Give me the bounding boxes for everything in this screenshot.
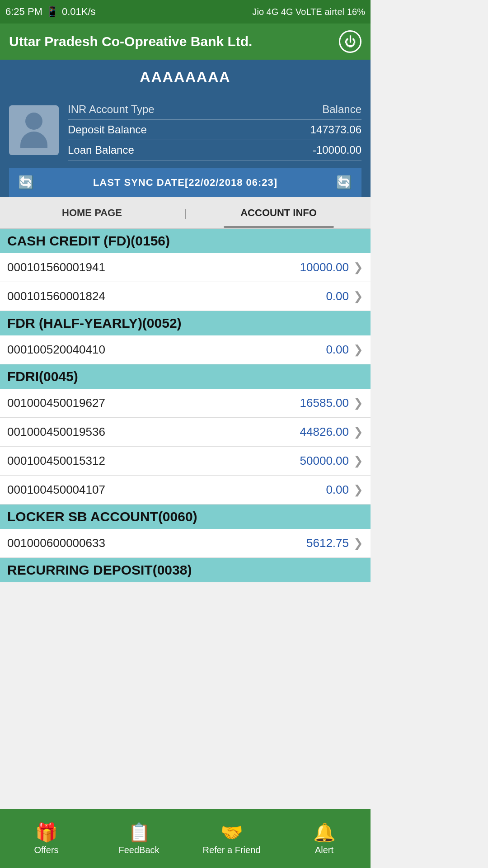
account-item[interactable]: 00100045001962716585.00❯ — [0, 389, 371, 418]
account-amount: 5612.75 — [306, 536, 349, 550]
account-item[interactable]: 00010156000194110000.00❯ — [0, 253, 371, 282]
chevron-right-icon: ❯ — [353, 483, 363, 497]
chevron-right-icon: ❯ — [353, 343, 363, 357]
chevron-right-icon: ❯ — [353, 454, 363, 468]
feedback-label: FeedBack — [118, 845, 159, 855]
account-number: 001000450019536 — [7, 425, 105, 439]
account-item[interactable]: 0001004500041070.00❯ — [0, 476, 371, 505]
whatsapp-icon: 📱 — [46, 6, 58, 18]
account-item[interactable]: 00100045001953644826.00❯ — [0, 418, 371, 447]
deposit-value: 147373.06 — [310, 123, 361, 136]
account-amount-row: 0.00❯ — [326, 343, 363, 357]
account-type-row: INR Account Type Balance — [68, 99, 361, 120]
chevron-right-icon: ❯ — [353, 289, 363, 303]
bottom-nav: 🎁 Offers 📋 FeedBack 🤝 Refer a Friend 🔔 A… — [0, 809, 371, 868]
refer-icon: 🤝 — [221, 822, 243, 843]
sync-bar[interactable]: 🔄 LAST SYNC DATE[22/02/2018 06:23] 🔄 — [9, 168, 361, 197]
account-amount: 0.00 — [326, 483, 349, 497]
account-list: CASH CREDIT (FD)(0156)000101560001941100… — [0, 229, 371, 582]
account-number: 000100450015312 — [7, 454, 105, 468]
account-amount-row: 16585.00❯ — [300, 396, 363, 410]
account-number: 001000600000633 — [7, 536, 105, 550]
bottom-nav-offers[interactable]: 🎁 Offers — [0, 822, 93, 855]
bottom-nav-feedback[interactable]: 📋 FeedBack — [93, 822, 185, 855]
status-network: 0.01K/s — [62, 6, 96, 18]
balance-label: Balance — [322, 103, 361, 116]
account-amount: 44826.00 — [300, 425, 349, 439]
account-number: 000100520040410 — [7, 343, 105, 357]
sync-text: LAST SYNC DATE[22/02/2018 06:23] — [93, 177, 277, 189]
alert-icon: 🔔 — [313, 822, 336, 843]
sync-icon-left: 🔄 — [18, 175, 34, 190]
bottom-nav-refer[interactable]: 🤝 Refer a Friend — [185, 822, 278, 855]
account-category-4: RECURRING DEPOSIT(0038) — [0, 558, 371, 582]
avatar — [9, 105, 59, 155]
account-amount: 16585.00 — [300, 396, 349, 410]
account-amount: 10000.00 — [300, 260, 349, 274]
status-left: 6:25 PM 📱 0.01K/s — [5, 6, 96, 18]
account-item[interactable]: 0001005200404100.00❯ — [0, 335, 371, 364]
account-details: INR Account Type Balance Deposit Balance… — [68, 99, 361, 160]
battery-label: 16% — [347, 7, 365, 17]
avatar-body — [20, 132, 47, 148]
account-amount: 0.00 — [326, 289, 349, 303]
account-amount-row: 50000.00❯ — [300, 454, 363, 468]
tab-account-info[interactable]: ACCOUNT INFO — [187, 198, 371, 228]
nav-tabs: HOME PAGE | ACCOUNT INFO — [0, 197, 371, 229]
offers-label: Offers — [34, 845, 58, 855]
alert-label: Alert — [315, 845, 333, 855]
profile-section: AAAAAAAA INR Account Type Balance Deposi… — [0, 60, 371, 197]
chevron-right-icon: ❯ — [353, 536, 363, 550]
status-bar: 6:25 PM 📱 0.01K/s Jio 4G 4G VoLTE airtel… — [0, 0, 371, 24]
account-amount-row: 0.00❯ — [326, 483, 363, 497]
deposit-row: Deposit Balance 147373.06 — [68, 120, 361, 140]
account-amount-row: 0.00❯ — [326, 289, 363, 303]
tab-underline — [224, 226, 334, 228]
account-category-0: CASH CREDIT (FD)(0156) — [0, 229, 371, 253]
profile-name: AAAAAAAA — [9, 69, 361, 92]
account-category-2: FDRI(0045) — [0, 364, 371, 389]
loan-row: Loan Balance -10000.00 — [68, 140, 361, 160]
account-number: 000101560001824 — [7, 289, 105, 303]
account-item[interactable]: 0001015600018240.00❯ — [0, 282, 371, 311]
account-amount-row: 5612.75❯ — [306, 536, 363, 550]
account-category-3: LOCKER SB ACCOUNT(0060) — [0, 505, 371, 529]
tab-home-page[interactable]: HOME PAGE — [0, 198, 184, 228]
chevron-right-icon: ❯ — [353, 425, 363, 439]
profile-info: INR Account Type Balance Deposit Balance… — [9, 92, 361, 168]
avatar-figure — [20, 113, 47, 148]
loan-value: -10000.00 — [313, 144, 361, 156]
app-title: Uttar Pradesh Co-Opreative Bank Ltd. — [9, 34, 252, 49]
account-amount-row: 44826.00❯ — [300, 425, 363, 439]
avatar-head — [25, 113, 42, 130]
account-category-1: FDR (HALF-YEARLY)(0052) — [0, 311, 371, 335]
account-item[interactable]: 0010006000006335612.75❯ — [0, 529, 371, 558]
account-amount-row: 10000.00❯ — [300, 260, 363, 274]
account-amount: 0.00 — [326, 343, 349, 357]
loan-label: Loan Balance — [68, 144, 134, 156]
refer-label: Refer a Friend — [203, 845, 261, 855]
chevron-right-icon: ❯ — [353, 396, 363, 410]
carrier-label: Jio 4G 4G VoLTE — [252, 7, 322, 17]
account-amount: 50000.00 — [300, 454, 349, 468]
deposit-label: Deposit Balance — [68, 123, 147, 136]
status-time: 6:25 PM — [5, 6, 42, 18]
power-button[interactable]: ⏻ — [339, 30, 361, 53]
app-header: Uttar Pradesh Co-Opreative Bank Ltd. ⏻ — [0, 24, 371, 60]
account-number: 000101560001941 — [7, 260, 105, 274]
status-right: Jio 4G 4G VoLTE airtel 16% — [252, 7, 365, 17]
carrier2-label: airtel — [325, 7, 344, 17]
account-number: 001000450019627 — [7, 396, 105, 410]
feedback-icon: 📋 — [128, 822, 150, 843]
sync-icon-right: 🔄 — [336, 175, 352, 190]
bottom-nav-alert[interactable]: 🔔 Alert — [278, 822, 371, 855]
account-item[interactable]: 00010045001531250000.00❯ — [0, 447, 371, 476]
chevron-right-icon: ❯ — [353, 260, 363, 274]
account-type-label: INR Account Type — [68, 103, 155, 116]
account-number: 000100450004107 — [7, 483, 105, 497]
offers-icon: 🎁 — [35, 822, 58, 843]
